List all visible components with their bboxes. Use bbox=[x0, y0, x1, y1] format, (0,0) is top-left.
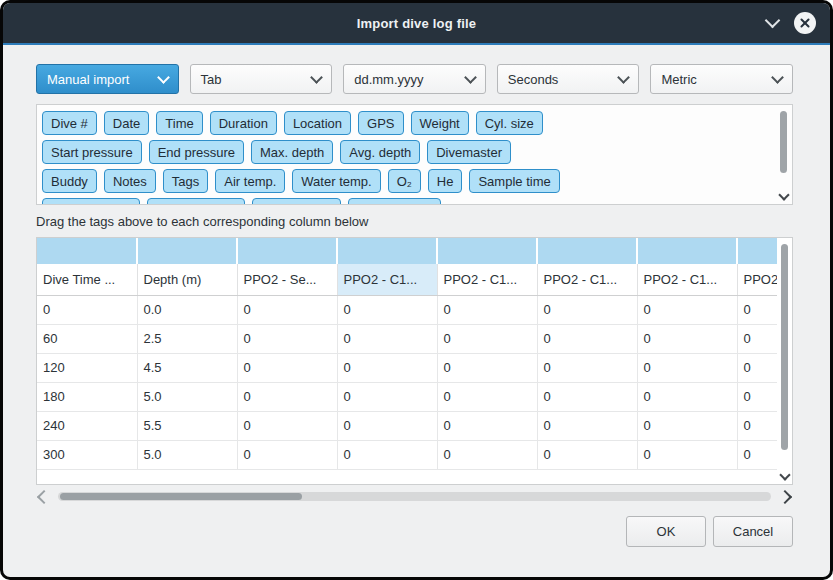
tag-sample-depth[interactable]: Sample depth bbox=[42, 198, 140, 205]
tag-sample-temp[interactable]: Sample temp. bbox=[147, 198, 245, 205]
window-frame: Import dive log file Manual import Tab d… bbox=[0, 0, 833, 580]
table-cell: 0 bbox=[637, 411, 737, 440]
tag-notes[interactable]: Notes bbox=[104, 169, 156, 193]
cancel-button[interactable]: Cancel bbox=[713, 516, 793, 547]
column-drop-target[interactable] bbox=[537, 238, 637, 264]
date-format-value: dd.mm.yyyy bbox=[354, 72, 423, 87]
table-cell: 0 bbox=[37, 295, 137, 324]
table-row: 1204.5000000 bbox=[37, 353, 777, 382]
tag-sample-po[interactable]: Sample pO₂ bbox=[252, 198, 340, 205]
tag-he[interactable]: He bbox=[428, 169, 463, 193]
chevron-down-icon[interactable] bbox=[765, 13, 781, 29]
tag-row: Sample depthSample temp.Sample pO₂Sample… bbox=[42, 198, 770, 205]
duration-format-value: Seconds bbox=[508, 72, 559, 87]
table-cell: 180 bbox=[37, 382, 137, 411]
table-cell: 0 bbox=[237, 382, 337, 411]
column-header[interactable]: PPO2 - Se... bbox=[237, 264, 337, 295]
chevron-down-icon bbox=[464, 71, 477, 84]
ok-button[interactable]: OK bbox=[626, 516, 706, 547]
table-cell: 0 bbox=[537, 295, 637, 324]
table-cell: 0 bbox=[737, 382, 777, 411]
table-cell: 0 bbox=[737, 295, 777, 324]
field-separator-select[interactable]: Tab bbox=[190, 64, 333, 94]
table-cell: 0 bbox=[337, 440, 437, 469]
table-cell: 0 bbox=[537, 411, 637, 440]
tag-max-depth[interactable]: Max. depth bbox=[251, 140, 333, 164]
table-horizontal-scrollbar[interactable] bbox=[36, 489, 793, 504]
close-icon[interactable] bbox=[794, 12, 816, 34]
column-header[interactable]: PPO2 - C1... bbox=[437, 264, 537, 295]
scroll-down-icon[interactable] bbox=[778, 189, 789, 200]
import-mode-select[interactable]: Manual import bbox=[36, 64, 179, 94]
column-drop-target[interactable] bbox=[237, 238, 337, 264]
table-cell: 0 bbox=[237, 353, 337, 382]
tag-water-temp[interactable]: Water temp. bbox=[292, 169, 380, 193]
table-cell: 0 bbox=[237, 324, 337, 353]
tag-duration[interactable]: Duration bbox=[210, 111, 277, 135]
tag-divemaster[interactable]: Divemaster bbox=[427, 140, 511, 164]
scrollbar-thumb[interactable] bbox=[780, 111, 787, 173]
column-header[interactable]: Depth (m) bbox=[137, 264, 237, 295]
tag-tags[interactable]: Tags bbox=[163, 169, 208, 193]
column-header[interactable]: PPO2 - C1... bbox=[637, 264, 737, 295]
scrollbar-track[interactable] bbox=[58, 492, 771, 501]
table-cell: 120 bbox=[37, 353, 137, 382]
table-cell: 60 bbox=[37, 324, 137, 353]
column-drop-target[interactable] bbox=[437, 238, 537, 264]
tag-avg-depth[interactable]: Avg. depth bbox=[340, 140, 420, 164]
titlebar[interactable]: Import dive log file bbox=[3, 3, 830, 43]
titlebar-buttons bbox=[767, 3, 816, 43]
scrollbar-thumb[interactable] bbox=[60, 493, 302, 500]
table-cell: 0.0 bbox=[137, 295, 237, 324]
tag-row: BuddyNotesTagsAir temp.Water temp.O₂HeSa… bbox=[42, 169, 770, 193]
scroll-left-icon[interactable] bbox=[37, 489, 51, 503]
table-cell: 5.5 bbox=[137, 411, 237, 440]
tag-start-pressure[interactable]: Start pressure bbox=[42, 140, 142, 164]
duration-format-select[interactable]: Seconds bbox=[497, 64, 640, 94]
scrollbar-thumb[interactable] bbox=[781, 244, 788, 450]
column-header[interactable]: Dive Time ... bbox=[37, 264, 137, 295]
table-cell: 0 bbox=[637, 353, 737, 382]
column-drop-target[interactable] bbox=[37, 238, 137, 264]
column-drop-target[interactable] bbox=[737, 238, 777, 264]
column-header[interactable]: PPO2 - C1... bbox=[537, 264, 637, 295]
tag-time[interactable]: Time bbox=[156, 111, 202, 135]
column-drop-target[interactable] bbox=[337, 238, 437, 264]
tag-o[interactable]: O₂ bbox=[388, 169, 421, 193]
scroll-right-icon[interactable] bbox=[778, 489, 792, 503]
tag-cyl-size[interactable]: Cyl. size bbox=[476, 111, 543, 135]
tag-date[interactable]: Date bbox=[104, 111, 149, 135]
date-format-select[interactable]: dd.mm.yyyy bbox=[343, 64, 486, 94]
table-cell: 300 bbox=[37, 440, 137, 469]
table-cell: 0 bbox=[537, 382, 637, 411]
tag-dive[interactable]: Dive # bbox=[42, 111, 97, 135]
units-select[interactable]: Metric bbox=[650, 64, 793, 94]
tag-row: Dive #DateTimeDurationLocationGPSWeightC… bbox=[42, 111, 770, 135]
table-cell: 0 bbox=[737, 353, 777, 382]
table-cell: 0 bbox=[637, 324, 737, 353]
table-vertical-scrollbar[interactable] bbox=[778, 240, 791, 482]
table-row: 2405.5000000 bbox=[37, 411, 777, 440]
table-cell: 0 bbox=[637, 295, 737, 324]
table-cell: 0 bbox=[337, 295, 437, 324]
tag-gps[interactable]: GPS bbox=[358, 111, 403, 135]
instruction-text: Drag the tags above to each correspondin… bbox=[36, 214, 793, 229]
tag-location[interactable]: Location bbox=[284, 111, 351, 135]
table-row: 602.5000000 bbox=[37, 324, 777, 353]
tag-buddy[interactable]: Buddy bbox=[42, 169, 97, 193]
column-header[interactable]: PPO2 bbox=[737, 264, 777, 295]
tag-pool-scrollbar[interactable] bbox=[777, 107, 790, 202]
column-drop-target[interactable] bbox=[137, 238, 237, 264]
window-title: Import dive log file bbox=[3, 16, 830, 31]
tag-sample-time[interactable]: Sample time bbox=[469, 169, 559, 193]
column-drop-target[interactable] bbox=[637, 238, 737, 264]
table-cell: 0 bbox=[437, 440, 537, 469]
table-cell: 0 bbox=[737, 440, 777, 469]
scroll-down-icon[interactable] bbox=[779, 469, 790, 480]
tag-sample-cns[interactable]: Sample CNS bbox=[348, 198, 441, 205]
tag-end-pressure[interactable]: End pressure bbox=[149, 140, 244, 164]
column-header[interactable]: PPO2 - C1... bbox=[337, 264, 437, 295]
tag-air-temp[interactable]: Air temp. bbox=[215, 169, 285, 193]
table-row: 1805.0000000 bbox=[37, 382, 777, 411]
tag-weight[interactable]: Weight bbox=[411, 111, 469, 135]
